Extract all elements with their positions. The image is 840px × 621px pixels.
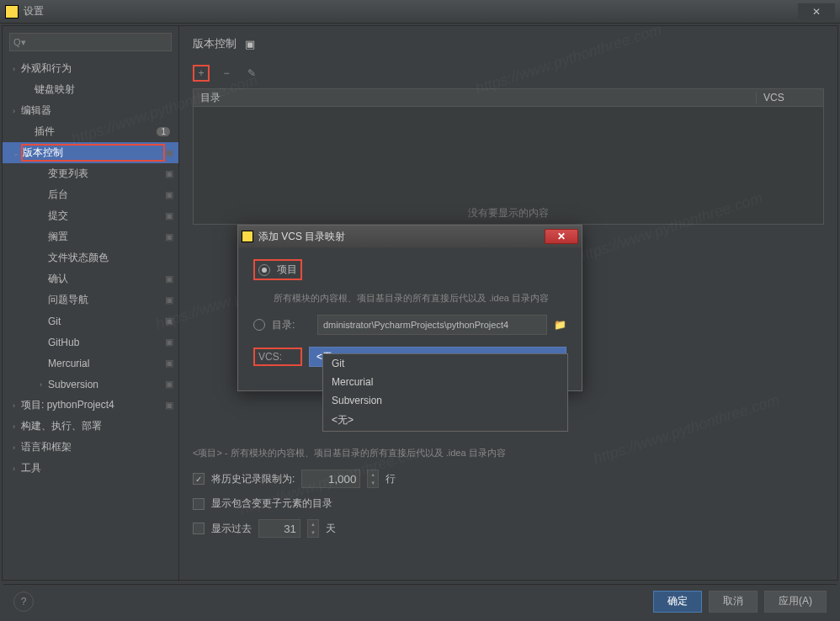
sidebar-item[interactable]: 确认▣ [3,268,178,289]
sidebar-item[interactable]: 键盘映射 [3,79,178,100]
history-spinner[interactable]: ▲ ▼ [367,470,379,488]
show-past-checkbox[interactable] [193,523,205,534]
dropdown-item[interactable]: Mercurial [323,373,567,391]
sidebar-item-label: 编辑器 [21,104,173,118]
window-title: 设置 [24,4,798,19]
history-unit: 行 [385,472,396,486]
chevron-icon: › [40,380,48,389]
radio-directory-label: 目录: [272,318,311,332]
sidebar-item[interactable]: Git▣ [3,310,178,332]
sidebar-item[interactable]: 插件1 [3,121,178,142]
spinner-down-icon[interactable]: ▼ [368,479,378,487]
sidebar: Q▾ ›外观和行为键盘映射›编辑器插件1⌄版本控制▣变更列表▣后台▣提交▣搁置▣… [3,26,179,580]
dialog-titlebar: 添加 VCS 目录映射 ✕ [238,226,582,247]
sidebar-item-label: 确认 [48,272,165,286]
footer: ? 确定 取消 应用(A) [3,584,837,618]
sidebar-item[interactable]: ›构建、执行、部署 [3,416,178,437]
search-input[interactable]: Q▾ [9,33,172,51]
remove-button[interactable]: − [218,65,235,82]
history-limit-checkbox[interactable] [193,473,205,485]
badge: 1 [157,127,170,136]
show-past-label: 显示过去 [211,522,252,536]
sidebar-item[interactable]: ›外观和行为 [3,58,178,79]
show-past-unit: 天 [326,522,336,536]
spinner-up-icon[interactable]: ▲ [308,520,318,528]
spinner-down-icon[interactable]: ▼ [308,528,318,537]
show-sub-row: 显示包含变更子元素的目录 [193,496,824,511]
scope-icon: ▣ [165,147,173,158]
dropdown-item[interactable]: Subversion [323,391,567,410]
sidebar-item-label: 插件 [35,125,157,139]
scope-icon: ▣ [165,400,173,411]
vcs-label-box: VCS: [253,348,302,366]
sidebar-item-label: 提交 [48,209,165,223]
table-empty-text: 没有要显示的内容 [468,206,549,220]
vcs-dropdown-list: GitMercurialSubversion<无> [322,353,568,432]
sidebar-item-label: GitHub [48,337,165,348]
sidebar-item[interactable]: 问题导航▣ [3,289,178,310]
radio-directory[interactable] [253,319,265,331]
sidebar-item-label: 外观和行为 [21,61,173,76]
search-icon: Q▾ [13,37,26,48]
show-sub-label: 显示包含变更子元素的目录 [211,496,332,511]
sidebar-item[interactable]: ›工具 [3,458,178,479]
show-past-spinner[interactable]: ▲ ▼ [307,519,319,538]
sidebar-item-label: 变更列表 [48,167,165,181]
window-close-button[interactable]: ✕ [798,3,835,20]
edit-button[interactable]: ✎ [243,65,260,82]
chevron-icon: › [13,401,21,410]
dialog-title: 添加 VCS 目录映射 [258,230,545,244]
ok-button[interactable]: 确定 [653,591,702,613]
spinner-up-icon[interactable]: ▲ [368,470,378,479]
dialog-close-button[interactable]: ✕ [545,229,578,244]
sidebar-item-label: Subversion [48,379,165,390]
sidebar-item[interactable]: ›项目: pythonProject4▣ [3,395,178,416]
help-button[interactable]: ? [13,592,34,612]
radio-project-row[interactable]: 项目 [253,259,302,280]
sidebar-item[interactable]: Mercurial▣ [3,353,178,374]
scope-icon: ▣ [165,231,173,242]
titlebar: 设置 ✕ [0,0,840,24]
sidebar-item[interactable]: ›语言和框架 [3,437,178,458]
scope-icon: ▣ [165,316,173,326]
radio-project[interactable] [258,264,270,276]
sidebar-item[interactable]: 后台▣ [3,184,178,205]
sidebar-item-label: 键盘映射 [35,82,173,97]
sidebar-item-label: Git [48,316,165,327]
sidebar-item-label: 搁置 [48,230,165,244]
radio-project-label: 项目 [277,263,297,277]
folder-browse-icon[interactable]: 📁 [554,319,566,331]
history-limit-row: 将历史记录限制为: ▲ ▼ 行 [193,470,824,488]
scope-icon: ▣ [165,168,173,179]
scope-icon: ▣ [165,379,173,390]
scope-icon: ▣ [165,189,173,200]
breadcrumb-title: 版本控制 [193,36,237,51]
add-button[interactable]: + [193,65,210,82]
scope-icon: ▣ [245,38,255,50]
sidebar-item[interactable]: ⌄版本控制▣ [3,142,178,163]
directory-path-input[interactable]: dministrator\PycharmProjects\pythonProje… [317,315,547,335]
chevron-icon: › [13,464,21,473]
apply-button[interactable]: 应用(A) [764,591,827,613]
sidebar-item[interactable]: GitHub▣ [3,332,178,353]
dropdown-item[interactable]: Git [323,354,567,373]
chevron-icon: › [13,107,21,115]
show-past-row: 显示过去 ▲ ▼ 天 [193,519,824,538]
show-sub-checkbox[interactable] [193,498,205,510]
sidebar-item[interactable]: ›编辑器 [3,100,178,121]
history-limit-input[interactable] [301,470,360,488]
sidebar-item-label: Mercurial [48,358,165,369]
app-icon [5,5,19,19]
sidebar-item[interactable]: 提交▣ [3,205,178,226]
cancel-button[interactable]: 取消 [709,591,758,613]
show-past-input[interactable] [258,519,300,538]
sidebar-item[interactable]: 变更列表▣ [3,163,178,184]
sidebar-item-label: 文件状态颜色 [48,251,173,265]
dropdown-item[interactable]: <无> [323,410,567,431]
scope-icon: ▣ [165,273,173,284]
sidebar-item[interactable]: ›Subversion▣ [3,374,178,395]
sidebar-item[interactable]: 文件状态颜色 [3,247,178,268]
sidebar-item[interactable]: 搁置▣ [3,226,178,247]
col-directory: 目录 [194,91,756,105]
history-limit-label: 将历史记录限制为: [211,472,295,486]
